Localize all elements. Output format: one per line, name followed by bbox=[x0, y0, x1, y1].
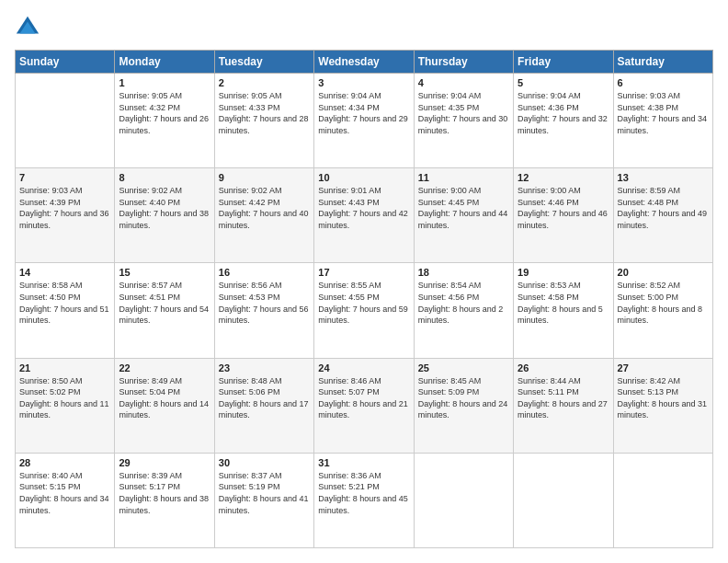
day-info: Sunrise: 8:49 AMSunset: 5:04 PMDaylight:… bbox=[119, 375, 210, 421]
day-number: 30 bbox=[219, 457, 310, 468]
calendar-cell bbox=[414, 453, 513, 547]
day-number: 26 bbox=[518, 362, 609, 373]
page: SundayMondayTuesdayWednesdayThursdayFrid… bbox=[0, 0, 728, 563]
calendar-cell: 23Sunrise: 8:48 AMSunset: 5:06 PMDayligh… bbox=[214, 358, 313, 453]
day-info: Sunrise: 9:03 AMSunset: 4:38 PMDaylight:… bbox=[618, 90, 709, 136]
day-number: 23 bbox=[219, 362, 310, 373]
calendar-week-row: 7Sunrise: 9:03 AMSunset: 4:39 PMDaylight… bbox=[16, 168, 713, 263]
calendar-cell: 16Sunrise: 8:56 AMSunset: 4:53 PMDayligh… bbox=[214, 263, 313, 358]
day-number: 17 bbox=[318, 267, 409, 278]
weekday-header-row: SundayMondayTuesdayWednesdayThursdayFrid… bbox=[16, 51, 713, 74]
day-info: Sunrise: 8:57 AMSunset: 4:51 PMDaylight:… bbox=[119, 280, 210, 326]
day-info: Sunrise: 8:48 AMSunset: 5:06 PMDaylight:… bbox=[219, 375, 310, 421]
day-info: Sunrise: 8:58 AMSunset: 4:50 PMDaylight:… bbox=[19, 280, 110, 326]
calendar-cell: 9Sunrise: 9:02 AMSunset: 4:42 PMDaylight… bbox=[214, 168, 313, 263]
calendar-cell: 31Sunrise: 8:36 AMSunset: 5:21 PMDayligh… bbox=[314, 453, 414, 547]
day-info: Sunrise: 8:59 AMSunset: 4:48 PMDaylight:… bbox=[618, 185, 709, 231]
day-number: 15 bbox=[119, 267, 210, 278]
calendar-cell: 27Sunrise: 8:42 AMSunset: 5:13 PMDayligh… bbox=[613, 358, 712, 453]
day-info: Sunrise: 9:04 AMSunset: 4:36 PMDaylight:… bbox=[518, 90, 609, 136]
day-number: 16 bbox=[219, 267, 310, 278]
day-info: Sunrise: 8:56 AMSunset: 4:53 PMDaylight:… bbox=[219, 280, 310, 326]
day-number: 27 bbox=[618, 362, 709, 373]
calendar-cell: 19Sunrise: 8:53 AMSunset: 4:58 PMDayligh… bbox=[514, 263, 613, 358]
weekday-header: Wednesday bbox=[314, 51, 414, 74]
calendar-cell bbox=[16, 74, 115, 168]
day-number: 21 bbox=[19, 362, 110, 373]
day-info: Sunrise: 8:45 AMSunset: 5:09 PMDaylight:… bbox=[418, 375, 509, 421]
day-info: Sunrise: 9:05 AMSunset: 4:32 PMDaylight:… bbox=[119, 90, 210, 136]
day-info: Sunrise: 8:39 AMSunset: 5:17 PMDaylight:… bbox=[119, 470, 210, 516]
calendar-cell: 29Sunrise: 8:39 AMSunset: 5:17 PMDayligh… bbox=[115, 453, 214, 547]
calendar-cell: 22Sunrise: 8:49 AMSunset: 5:04 PMDayligh… bbox=[115, 358, 214, 453]
calendar-cell: 6Sunrise: 9:03 AMSunset: 4:38 PMDaylight… bbox=[613, 74, 712, 168]
calendar-cell: 30Sunrise: 8:37 AMSunset: 5:19 PMDayligh… bbox=[214, 453, 313, 547]
calendar-cell: 13Sunrise: 8:59 AMSunset: 4:48 PMDayligh… bbox=[613, 168, 712, 263]
calendar-cell: 1Sunrise: 9:05 AMSunset: 4:32 PMDaylight… bbox=[115, 74, 214, 168]
calendar-cell: 10Sunrise: 9:01 AMSunset: 4:43 PMDayligh… bbox=[314, 168, 414, 263]
calendar-cell: 12Sunrise: 9:00 AMSunset: 4:46 PMDayligh… bbox=[514, 168, 613, 263]
day-number: 2 bbox=[219, 77, 310, 88]
day-number: 22 bbox=[119, 362, 210, 373]
day-info: Sunrise: 9:02 AMSunset: 4:42 PMDaylight:… bbox=[219, 185, 310, 231]
day-info: Sunrise: 9:02 AMSunset: 4:40 PMDaylight:… bbox=[119, 185, 210, 231]
day-info: Sunrise: 9:03 AMSunset: 4:39 PMDaylight:… bbox=[19, 185, 110, 231]
calendar-week-row: 21Sunrise: 8:50 AMSunset: 5:02 PMDayligh… bbox=[16, 358, 713, 453]
day-number: 14 bbox=[19, 267, 110, 278]
day-number: 12 bbox=[518, 172, 609, 183]
day-info: Sunrise: 8:52 AMSunset: 5:00 PMDaylight:… bbox=[618, 280, 709, 326]
day-number: 18 bbox=[418, 267, 509, 278]
day-number: 24 bbox=[318, 362, 409, 373]
day-number: 19 bbox=[518, 267, 609, 278]
calendar-cell: 20Sunrise: 8:52 AMSunset: 5:00 PMDayligh… bbox=[613, 263, 712, 358]
calendar-table: SundayMondayTuesdayWednesdayThursdayFrid… bbox=[15, 50, 713, 548]
day-number: 3 bbox=[318, 77, 409, 88]
calendar-cell: 11Sunrise: 9:00 AMSunset: 4:45 PMDayligh… bbox=[414, 168, 513, 263]
calendar-cell: 2Sunrise: 9:05 AMSunset: 4:33 PMDaylight… bbox=[214, 74, 313, 168]
day-number: 4 bbox=[418, 77, 509, 88]
weekday-header: Thursday bbox=[414, 51, 513, 74]
day-info: Sunrise: 8:44 AMSunset: 5:11 PMDaylight:… bbox=[518, 375, 609, 421]
day-info: Sunrise: 8:54 AMSunset: 4:56 PMDaylight:… bbox=[418, 280, 509, 326]
day-number: 10 bbox=[318, 172, 409, 183]
day-info: Sunrise: 9:00 AMSunset: 4:46 PMDaylight:… bbox=[518, 185, 609, 231]
day-info: Sunrise: 8:46 AMSunset: 5:07 PMDaylight:… bbox=[318, 375, 409, 421]
header bbox=[15, 15, 713, 40]
day-number: 29 bbox=[119, 457, 210, 468]
calendar-cell: 17Sunrise: 8:55 AMSunset: 4:55 PMDayligh… bbox=[314, 263, 414, 358]
weekday-header: Saturday bbox=[613, 51, 712, 74]
weekday-header: Sunday bbox=[16, 51, 115, 74]
day-number: 20 bbox=[618, 267, 709, 278]
day-number: 6 bbox=[618, 77, 709, 88]
calendar-cell: 15Sunrise: 8:57 AMSunset: 4:51 PMDayligh… bbox=[115, 263, 214, 358]
calendar-cell: 28Sunrise: 8:40 AMSunset: 5:15 PMDayligh… bbox=[16, 453, 115, 547]
calendar-cell: 3Sunrise: 9:04 AMSunset: 4:34 PMDaylight… bbox=[314, 74, 414, 168]
day-number: 7 bbox=[19, 172, 110, 183]
calendar-cell: 18Sunrise: 8:54 AMSunset: 4:56 PMDayligh… bbox=[414, 263, 513, 358]
calendar-week-row: 1Sunrise: 9:05 AMSunset: 4:32 PMDaylight… bbox=[16, 74, 713, 168]
calendar-cell: 8Sunrise: 9:02 AMSunset: 4:40 PMDaylight… bbox=[115, 168, 214, 263]
day-info: Sunrise: 9:04 AMSunset: 4:34 PMDaylight:… bbox=[318, 90, 409, 136]
weekday-header: Friday bbox=[514, 51, 613, 74]
day-number: 8 bbox=[119, 172, 210, 183]
day-info: Sunrise: 8:36 AMSunset: 5:21 PMDaylight:… bbox=[318, 470, 409, 516]
day-info: Sunrise: 8:37 AMSunset: 5:19 PMDaylight:… bbox=[219, 470, 310, 516]
day-number: 25 bbox=[418, 362, 509, 373]
calendar-cell bbox=[514, 453, 613, 547]
calendar-week-row: 28Sunrise: 8:40 AMSunset: 5:15 PMDayligh… bbox=[16, 453, 713, 547]
day-number: 1 bbox=[119, 77, 210, 88]
calendar-cell: 24Sunrise: 8:46 AMSunset: 5:07 PMDayligh… bbox=[314, 358, 414, 453]
day-number: 13 bbox=[618, 172, 709, 183]
calendar-week-row: 14Sunrise: 8:58 AMSunset: 4:50 PMDayligh… bbox=[16, 263, 713, 358]
calendar-cell: 21Sunrise: 8:50 AMSunset: 5:02 PMDayligh… bbox=[16, 358, 115, 453]
day-number: 5 bbox=[518, 77, 609, 88]
calendar-cell: 14Sunrise: 8:58 AMSunset: 4:50 PMDayligh… bbox=[16, 263, 115, 358]
calendar-cell bbox=[613, 453, 712, 547]
day-info: Sunrise: 8:55 AMSunset: 4:55 PMDaylight:… bbox=[318, 280, 409, 326]
day-info: Sunrise: 8:50 AMSunset: 5:02 PMDaylight:… bbox=[19, 375, 110, 421]
day-info: Sunrise: 9:01 AMSunset: 4:43 PMDaylight:… bbox=[318, 185, 409, 231]
calendar-cell: 25Sunrise: 8:45 AMSunset: 5:09 PMDayligh… bbox=[414, 358, 513, 453]
day-info: Sunrise: 9:04 AMSunset: 4:35 PMDaylight:… bbox=[418, 90, 509, 136]
day-info: Sunrise: 8:40 AMSunset: 5:15 PMDaylight:… bbox=[19, 470, 110, 516]
calendar-cell: 5Sunrise: 9:04 AMSunset: 4:36 PMDaylight… bbox=[514, 74, 613, 168]
